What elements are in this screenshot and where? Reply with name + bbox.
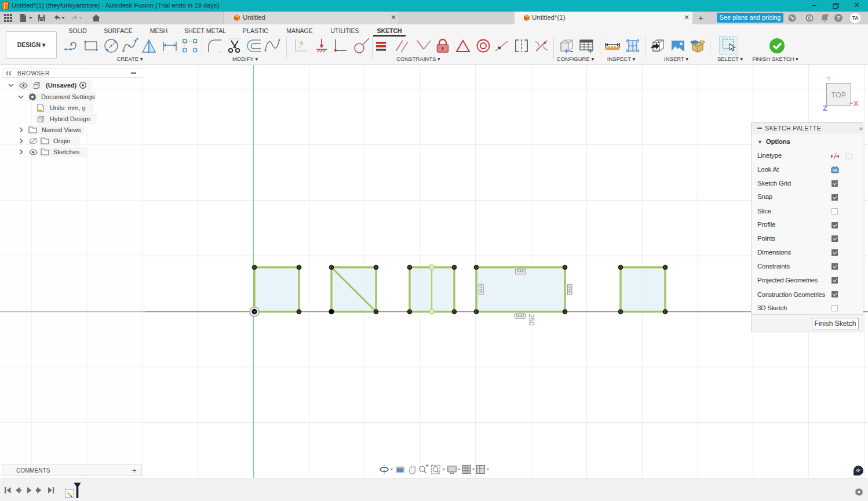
svg-text:X: X <box>854 99 859 108</box>
svg-text:Z: Z <box>823 104 827 112</box>
svg-text:Y: Y <box>826 75 831 83</box>
svg-text:250: 250 <box>527 314 535 326</box>
